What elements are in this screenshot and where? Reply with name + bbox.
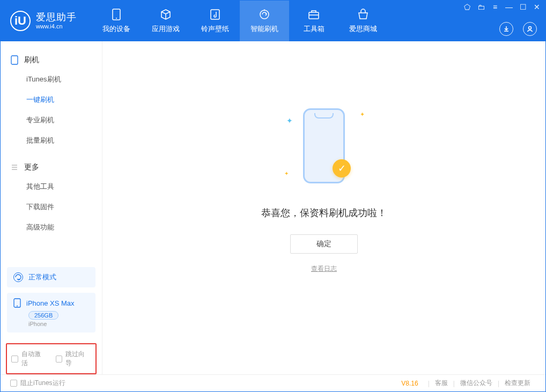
sidebar-nav: 刷机 iTunes刷机 一键刷机 专业刷机 批量刷机 更多 其他工具 下载固件 …	[1, 41, 102, 261]
toolbox-icon	[307, 8, 320, 21]
sidebar-item-advanced[interactable]: 高级功能	[1, 217, 102, 238]
device-name: iPhone XS Max	[26, 299, 75, 307]
sidebar-item-itunes-flash[interactable]: iTunes刷机	[1, 69, 102, 90]
success-illustration: ✦ ✦ ✦ ✓	[276, 100, 372, 191]
nav-toolbox[interactable]: 工具箱	[289, 1, 338, 41]
success-message: 恭喜您，保资料刷机成功啦！	[261, 206, 387, 219]
svg-point-3	[260, 10, 269, 19]
minimize-button[interactable]: —	[505, 3, 513, 11]
refresh-icon	[258, 8, 271, 21]
nav-ringtone-wallpaper[interactable]: 铃声壁纸	[190, 1, 240, 41]
svg-point-1	[116, 18, 117, 19]
version-label: V8.16	[401, 380, 418, 387]
checkbox-skip-guide[interactable]: 跳过向导	[56, 350, 92, 368]
menu-icon[interactable]: ≡	[491, 3, 499, 11]
sidebar-item-download-firmware[interactable]: 下载固件	[1, 197, 102, 217]
cube-icon	[159, 8, 172, 21]
nav-my-device[interactable]: 我的设备	[92, 1, 141, 41]
account-button[interactable]	[523, 22, 537, 36]
device-card[interactable]: iPhone XS Max 256GB iPhone	[7, 293, 95, 332]
checkbox-label: 阻止iTunes运行	[20, 379, 65, 388]
checkbox-icon	[56, 356, 63, 363]
checkbox-label: 跳过向导	[65, 350, 91, 368]
shop-icon	[357, 8, 370, 21]
checkbox-block-itunes[interactable]: 阻止iTunes运行	[10, 379, 65, 388]
logo-mark: iU	[10, 11, 31, 31]
phone-icon	[10, 56, 19, 64]
checkbox-icon	[11, 356, 18, 363]
nav-label: 爱思商城	[349, 24, 377, 34]
shirt-icon[interactable]: ⬠	[463, 3, 471, 11]
sparkle-icon: ✦	[284, 171, 289, 176]
view-log-link[interactable]: 查看日志	[311, 264, 337, 273]
nav-store[interactable]: 爱思商城	[338, 1, 388, 41]
sidebar-item-oneclick-flash[interactable]: 一键刷机	[1, 90, 102, 110]
svg-rect-4	[309, 12, 319, 19]
checkbox-auto-activate[interactable]: 自动激活	[11, 350, 47, 368]
device-type: iPhone	[28, 321, 89, 327]
mode-card[interactable]: 正常模式	[7, 267, 95, 287]
nav-label: 应用游戏	[152, 24, 180, 34]
mode-label: 正常模式	[28, 272, 56, 282]
logo-text: 爱思助手 www.i4.cn	[36, 12, 77, 29]
app-name: 爱思助手	[36, 12, 77, 23]
mode-icon	[13, 272, 23, 282]
music-icon	[209, 8, 222, 21]
maximize-button[interactable]: ☐	[519, 3, 527, 11]
sparkle-icon: ✦	[286, 116, 293, 125]
footer-link-update[interactable]: 检查更新	[499, 379, 536, 388]
sidebar-footer: 正常模式 iPhone XS Max 256GB iPhone	[1, 261, 102, 339]
download-button[interactable]	[499, 22, 513, 36]
sidebar-group-flash: 刷机 iTunes刷机 一键刷机 专业刷机 批量刷机	[1, 51, 102, 151]
checkbox-icon	[10, 380, 17, 387]
header-actions	[499, 22, 537, 36]
group-title: 刷机	[24, 55, 39, 65]
nav-label: 我的设备	[102, 24, 130, 34]
nav-label: 铃声壁纸	[201, 24, 229, 34]
device-icon	[110, 8, 123, 21]
sidebar-group-more: 更多 其他工具 下载固件 高级功能	[1, 158, 102, 238]
app-url: www.i4.cn	[36, 23, 77, 29]
sidebar-group-header: 更多	[1, 158, 102, 176]
footer-link-support[interactable]: 客服	[430, 379, 453, 388]
ok-button[interactable]: 确定	[290, 234, 358, 254]
main-content: ✦ ✦ ✦ ✓ 恭喜您，保资料刷机成功啦！ 确定 查看日志	[102, 41, 545, 374]
device-capacity: 256GB	[28, 311, 58, 320]
nav-smart-flash[interactable]: 智能刷机	[240, 1, 289, 41]
nav-label: 智能刷机	[250, 24, 278, 34]
check-badge-icon: ✓	[333, 159, 351, 177]
lock-icon[interactable]: 🗀	[477, 3, 485, 11]
logo: iU 爱思助手 www.i4.cn	[1, 11, 86, 31]
highlighted-options: 自动激活 跳过向导	[6, 343, 97, 374]
sidebar-item-pro-flash[interactable]: 专业刷机	[1, 110, 102, 130]
checkbox-label: 自动激活	[21, 350, 47, 368]
sidebar-item-batch-flash[interactable]: 批量刷机	[1, 130, 102, 151]
group-title: 更多	[24, 162, 39, 172]
footer-link-wechat[interactable]: 微信公众号	[455, 379, 498, 388]
sparkle-icon: ✦	[360, 111, 365, 118]
close-button[interactable]: ✕	[533, 3, 541, 11]
app-body: 刷机 iTunes刷机 一键刷机 专业刷机 批量刷机 更多 其他工具 下载固件 …	[1, 41, 545, 374]
status-bar: 阻止iTunes运行 V8.16 | 客服 | 微信公众号 | 检查更新	[1, 374, 545, 391]
device-phone-icon	[13, 298, 21, 308]
svg-rect-6	[11, 56, 18, 64]
nav-apps-games[interactable]: 应用游戏	[141, 1, 190, 41]
list-icon	[10, 163, 19, 172]
svg-point-8	[17, 306, 18, 307]
nav-label: 工具箱	[304, 24, 324, 34]
app-header: iU 爱思助手 www.i4.cn 我的设备 应用游戏 铃声壁纸	[1, 1, 545, 41]
sidebar-group-header: 刷机	[1, 51, 102, 69]
sidebar: 刷机 iTunes刷机 一键刷机 专业刷机 批量刷机 更多 其他工具 下载固件 …	[1, 41, 102, 374]
window-controls: ⬠ 🗀 ≡ — ☐ ✕	[463, 3, 541, 11]
sidebar-item-other-tools[interactable]: 其他工具	[1, 176, 102, 197]
svg-rect-2	[211, 10, 219, 19]
svg-point-5	[529, 27, 532, 29]
top-nav: 我的设备 应用游戏 铃声壁纸 智能刷机 工具箱	[92, 1, 388, 41]
